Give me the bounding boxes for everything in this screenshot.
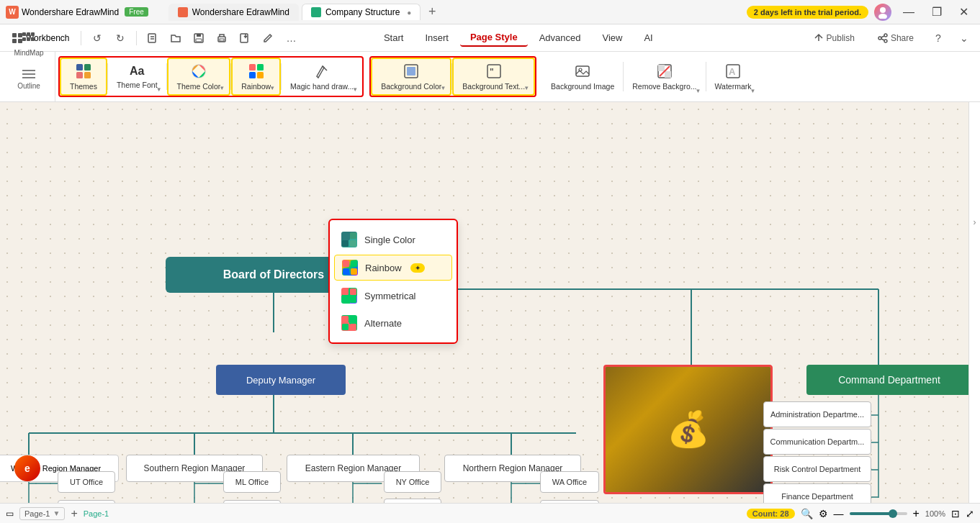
theme-color-icon: [191, 63, 207, 79]
svg-rect-91: [343, 260, 349, 267]
outline-button[interactable]: Outline: [9, 64, 49, 94]
svg-line-18: [881, 36, 884, 37]
svg-rect-97: [342, 296, 349, 303]
zoom-in-button[interactable]: +: [913, 507, 920, 520]
user-avatar[interactable]: [874, 4, 891, 21]
svg-rect-101: [342, 324, 349, 330]
watermark-button[interactable]: A Watermark ▼: [706, 56, 760, 97]
fullscreen-button[interactable]: ⤢: [966, 508, 974, 519]
status-search-button[interactable]: 🔍: [801, 508, 813, 519]
ny-office-node[interactable]: NY Office: [384, 471, 441, 493]
bg-color-button[interactable]: Background Color ▼: [371, 58, 451, 96]
title-bar: W Wondershare EdrawMind Free Wondershare…: [0, 0, 980, 24]
status-right: Count: 28 🔍 ⚙ — + 100% ⊡ ⤢: [747, 507, 974, 520]
theme-color-button[interactable]: Theme Color ▼: [167, 58, 231, 96]
bg-text-button[interactable]: " Background Text... ▼: [452, 58, 535, 96]
magic-draw-button[interactable]: Magic hand draw... ▼: [282, 58, 362, 96]
svg-line-19: [881, 39, 884, 40]
remove-bg-button[interactable]: Remove Backgro... ▼: [624, 56, 705, 97]
wa-office-node[interactable]: WA Office: [540, 471, 599, 493]
theme-font-label: Theme Font: [117, 81, 158, 89]
ca-office-node[interactable]: CA Office: [58, 500, 115, 503]
svg-rect-96: [350, 288, 356, 295]
theme-font-button[interactable]: Aa Theme Font ▼: [108, 58, 166, 96]
nav-start[interactable]: Start: [374, 29, 413, 46]
alternate-option[interactable]: Alternate: [330, 309, 457, 337]
admin-dept-node[interactable]: Administration Departme...: [763, 401, 871, 427]
themes-button[interactable]: Themes: [60, 58, 107, 96]
more-button[interactable]: …: [281, 28, 301, 48]
status-icon-button[interactable]: ▭: [6, 509, 14, 519]
svg-rect-88: [350, 232, 356, 239]
bg-image-button[interactable]: Background Image: [542, 56, 623, 97]
svg-rect-35: [249, 64, 256, 71]
canvas[interactable]: Board of Directors Deputy Manager Comman…: [0, 102, 968, 503]
undo-button[interactable]: ↺: [87, 28, 107, 48]
mindmap-icon: [21, 31, 37, 47]
minimize-button[interactable]: —: [897, 6, 920, 19]
open-button[interactable]: [166, 28, 186, 48]
restore-button[interactable]: ❐: [926, 5, 948, 19]
svg-rect-22: [31, 32, 35, 36]
finance-dept-node[interactable]: Finance Department: [763, 483, 871, 503]
comm-dept-node[interactable]: Communication Departm...: [763, 429, 871, 455]
premium-badge: ✦: [410, 263, 425, 273]
collapse-button[interactable]: ⌄: [954, 28, 974, 48]
symmetrical-icon: [341, 288, 357, 304]
ga-office-node[interactable]: GA Office: [223, 500, 281, 503]
rainbow-button[interactable]: Rainbow ▼: [231, 58, 281, 96]
new-button[interactable]: [143, 28, 163, 48]
toolbar-left-section: MindMap Outline Slides: [3, 52, 55, 101]
share-button[interactable]: Share: [869, 30, 922, 46]
remove-bg-label: Remove Backgro...: [632, 82, 696, 91]
print-button[interactable]: [212, 28, 232, 48]
svg-rect-41: [407, 67, 415, 76]
status-settings-button[interactable]: ⚙: [819, 508, 828, 519]
svg-rect-94: [351, 268, 357, 275]
publish-button[interactable]: Publish: [805, 30, 863, 46]
rainbow-option[interactable]: Rainbow ✦: [334, 255, 452, 281]
zoom-slider[interactable]: [850, 512, 907, 515]
add-page-button[interactable]: +: [71, 507, 77, 520]
pa-office-node[interactable]: PA Office: [384, 499, 441, 503]
edit-button[interactable]: [258, 28, 278, 48]
svg-rect-37: [249, 72, 256, 78]
export-button[interactable]: [235, 28, 255, 48]
menu-divider2: [136, 31, 137, 45]
symmetrical-option[interactable]: Symmetrical: [330, 282, 457, 309]
nav-view[interactable]: View: [592, 29, 632, 46]
ut-office-node[interactable]: UT Office: [58, 471, 115, 493]
image-node[interactable]: [603, 365, 773, 494]
magic-draw-icon: [314, 63, 330, 79]
redo-button[interactable]: ↻: [110, 28, 130, 48]
help-button[interactable]: ?: [928, 28, 948, 48]
nav-insert[interactable]: Insert: [415, 29, 459, 46]
nav-ai[interactable]: AI: [634, 29, 662, 46]
new-tab-button[interactable]: +: [423, 4, 441, 21]
mindmap-button[interactable]: MindMap: [9, 27, 49, 61]
tab-company-structure[interactable]: Company Structure ●: [302, 4, 421, 20]
tab-edrawmind[interactable]: Wondershare EdrawMind: [168, 4, 299, 21]
fit-button[interactable]: ⊡: [951, 508, 960, 519]
zoom-out-button[interactable]: —: [834, 508, 844, 519]
page-selector[interactable]: Page-1 ▼: [19, 507, 65, 520]
theme-color-label: Theme Color: [177, 82, 221, 91]
close-button[interactable]: ✕: [953, 5, 974, 19]
nav-advanced[interactable]: Advanced: [529, 29, 591, 46]
svg-rect-100: [350, 316, 356, 322]
mt-office-node[interactable]: MT Office: [540, 500, 599, 503]
toolbar-bg-group: Background Color ▼ " Background Text... …: [369, 56, 536, 97]
single-color-option[interactable]: Single Color: [330, 226, 457, 253]
mindmap-label: MindMap: [14, 49, 43, 57]
risk-dept-node[interactable]: Risk Control Department: [763, 456, 871, 482]
nav-page-style[interactable]: Page Style: [460, 29, 528, 47]
ml-office-node[interactable]: ML Office: [223, 471, 281, 493]
nav-right: Publish Share ? ⌄: [805, 28, 974, 48]
deputy-manager-node[interactable]: Deputy Manager: [216, 365, 346, 395]
right-collapse-button[interactable]: ›: [968, 102, 980, 503]
rainbow-dropdown: Single Color Rainbow ✦ Symmetrical: [328, 219, 458, 344]
svg-rect-11: [196, 39, 202, 42]
command-dept-node[interactable]: Command Department: [806, 365, 968, 395]
app-logo: W: [6, 6, 19, 19]
save-button[interactable]: [189, 28, 209, 48]
